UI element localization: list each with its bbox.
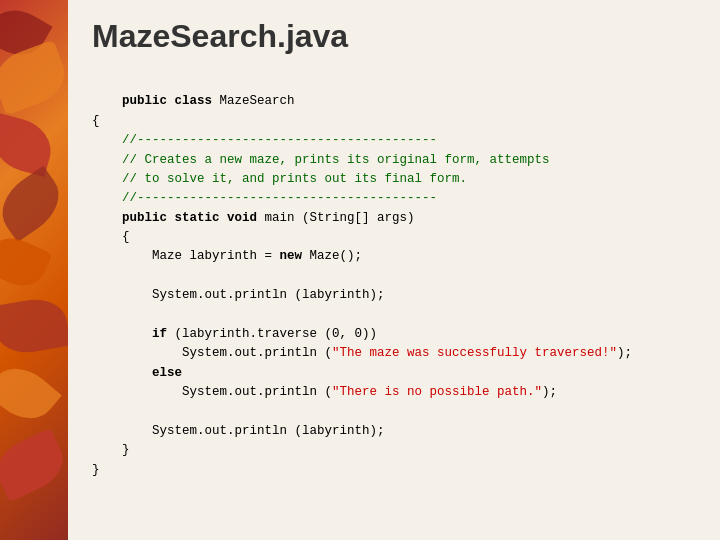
- code-keyword: public: [122, 94, 167, 108]
- comment-line3: // to solve it, and prints out its final…: [92, 172, 467, 186]
- code-block: public class MazeSearch { //------------…: [92, 73, 696, 480]
- code-keyword-class: class: [175, 94, 213, 108]
- slide-title: MazeSearch.java: [92, 18, 696, 55]
- main-content: MazeSearch.java public class MazeSearch …: [68, 0, 720, 540]
- decorative-sidebar: [0, 0, 68, 540]
- comment-line2: // Creates a new maze, prints its origin…: [92, 153, 550, 167]
- comment-line1: //--------------------------------------…: [92, 133, 437, 147]
- string-no-path: "There is no possible path.": [332, 385, 542, 399]
- comment-line4: //--------------------------------------…: [92, 191, 437, 205]
- string-traversed: "The maze was successfully traversed!": [332, 346, 617, 360]
